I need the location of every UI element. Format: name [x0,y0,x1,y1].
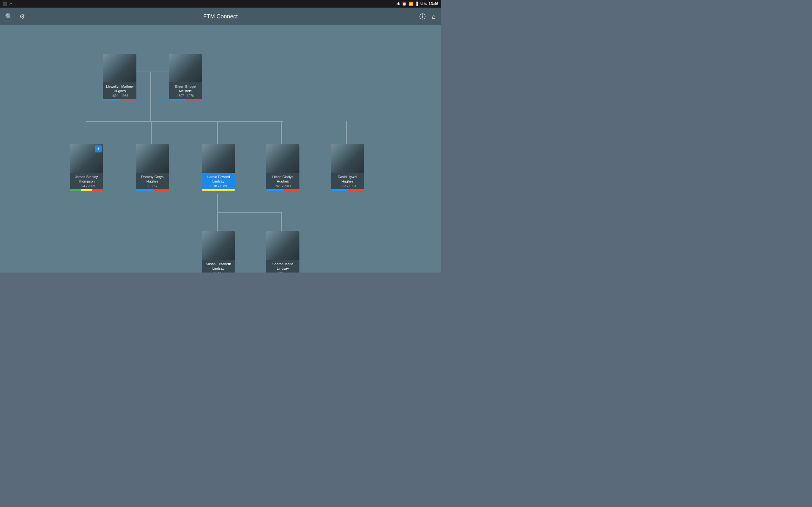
person-helen[interactable]: Helen Gladys Hughes 1923 - 2011 [266,144,299,191]
svg-rect-26 [210,162,227,173]
james-info: James Stanley Thompson 1924 - 2009 [70,173,103,189]
status-bar: ⬛ ⚠ ✱ ⏰ 📶 ▐ 61% 13:46 [0,0,441,8]
person-harold[interactable]: Harold Edward Lindsay 1918 - 1989 [202,144,235,191]
svg-rect-27 [213,158,224,163]
person-david[interactable]: David Hywel Hughes 1933 - 1953 [331,144,364,191]
settings-icon[interactable]: ⚙ [19,13,25,20]
svg-rect-30 [275,160,291,173]
susan-info: Susan Elizabeth Lindsay 1944 - [202,260,235,273]
svg-point-23 [146,147,159,153]
svg-rect-15 [114,66,125,72]
person-eileen[interactable]: Eileen Bridget McBride 1897 - 1976 [169,54,202,101]
susan-name: Susan Elizabeth Lindsay [204,262,233,271]
dorothy-name: Dorothy Cerys Hughes [138,175,167,184]
svg-rect-32 [339,161,356,173]
llewellyn-name: Llewellyn Mathew Hughes [105,84,135,94]
susan-dates: 1944 - [204,272,233,273]
color-blue [266,189,283,191]
helen-photo [266,144,299,173]
toolbar-left-actions: 🔍 ⚙ [5,13,25,20]
info-icon[interactable]: ⓘ [419,12,426,21]
person-james[interactable]: + James Stanley Thompson 1924 - 2009 [70,144,103,191]
app-title: FTM Connect [203,13,238,20]
eileen-name: Eileen Bridget McBride [171,84,200,94]
app-icon-1: ⬛ [3,2,7,6]
color-red [283,189,300,191]
harold-info: Harold Edward Lindsay 1918 - 1989 [202,173,235,189]
home-icon[interactable]: ⌂ [432,13,436,20]
eileen-photo [169,54,202,82]
harold-color-bar [202,189,235,191]
add-person-icon[interactable]: + [95,146,102,153]
svg-rect-35 [211,247,226,260]
svg-rect-20 [78,162,95,173]
battery-text: 61% [420,2,426,6]
james-dates: 1924 - 2009 [72,184,101,188]
svg-rect-21 [81,158,92,163]
signal-icon: ▐ [415,2,418,6]
susan-photo [202,231,235,260]
helen-dates: 1923 - 2011 [268,184,298,188]
svg-rect-33 [342,157,353,162]
wifi-icon: 📶 [409,2,413,6]
color-green [70,189,81,191]
color-red [348,189,364,191]
svg-point-29 [277,146,288,153]
svg-point-36 [214,234,223,239]
color-red [92,189,103,191]
svg-point-28 [277,147,288,160]
svg-rect-18 [177,70,193,82]
svg-point-39 [278,234,287,239]
svg-point-17 [178,55,192,63]
color-blue [136,189,153,191]
color-yellow [202,189,235,191]
david-color-bar [331,189,364,191]
search-icon[interactable]: 🔍 [5,13,13,20]
person-llewellyn[interactable]: Llewellyn Mathew Hughes 1894 - 1966 [103,54,136,101]
system-icons: ✱ ⏰ 📶 ▐ 61% 13:46 [397,2,438,6]
clock: 13:46 [428,2,438,6]
svg-rect-14 [112,70,128,82]
dorothy-photo [136,144,169,173]
eileen-color-bar [169,99,202,101]
harold-photo [202,144,235,173]
svg-point-34 [213,235,223,247]
eileen-info: Eileen Bridget McBride 1897 - 1976 [169,82,202,99]
harold-dates: 1918 - 1989 [204,184,233,188]
james-color-bar [70,189,103,191]
dorothy-color-bar [136,189,169,191]
llewellyn-info: Llewellyn Mathew Hughes 1894 - 1966 [103,82,136,99]
llewellyn-photo [103,54,136,82]
david-info: David Hywel Hughes 1933 - 1953 [331,173,364,189]
color-blue [103,99,120,101]
family-tree-canvas: Llewellyn Mathew Hughes 1894 - 1966 Eile… [0,25,441,273]
color-red [120,99,137,101]
person-sharon[interactable]: Sharon Maria Lindsay 1946 - [266,231,299,273]
bluetooth-icon: ✱ [397,2,400,6]
sharon-dates: 1946 - [268,272,298,273]
svg-point-13 [114,57,125,71]
person-susan[interactable]: Susan Elizabeth Lindsay 1944 - [202,231,235,273]
color-blue [169,99,186,101]
svg-rect-38 [275,247,291,260]
toolbar-right-actions: ⓘ ⌂ [419,12,436,21]
helen-color-bar [266,189,299,191]
color-red [186,99,202,101]
david-name: David Hywel Hughes [333,175,362,184]
sharon-name: Sharon Maria Lindsay [268,262,298,271]
svg-point-19 [80,148,92,163]
david-dates: 1933 - 1953 [333,184,362,188]
svg-point-22 [147,148,158,161]
person-dorothy[interactable]: Dorothy Cerys Hughes 1927 - [136,144,169,191]
harold-name: Harold Edward Lindsay [204,175,233,184]
svg-point-16 [180,57,190,70]
color-red [153,189,169,191]
svg-point-37 [277,235,288,247]
dorothy-dates: 1927 - [138,184,167,188]
color-yellow [81,189,92,191]
llewellyn-color-bar [103,99,136,101]
color-blue [331,189,348,191]
alarm-icon: ⏰ [402,2,407,6]
james-name: James Stanley Thompson [72,175,101,184]
james-photo: + [70,144,103,173]
